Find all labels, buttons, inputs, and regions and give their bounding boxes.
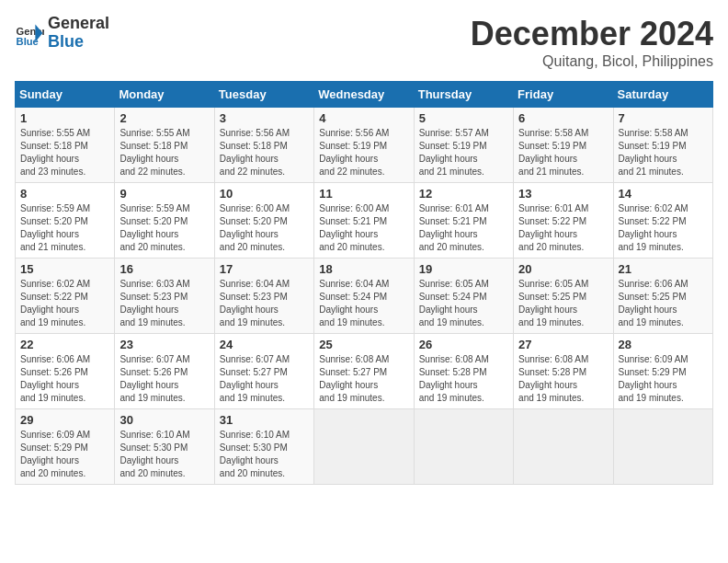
empty-cell [514,409,613,485]
calendar-day-cell: 26 Sunrise: 6:08 AMSunset: 5:28 PMDaylig… [414,334,513,409]
header-thursday: Thursday [414,82,513,108]
day-info: Sunrise: 6:00 AMSunset: 5:21 PMDaylight … [319,203,389,252]
day-number: 21 [619,262,708,276]
calendar-week-row: 1 Sunrise: 5:55 AMSunset: 5:18 PMDayligh… [16,108,713,183]
day-number: 11 [319,187,408,201]
day-info: Sunrise: 6:10 AMSunset: 5:30 PMDaylight … [119,430,189,478]
day-info: Sunrise: 6:05 AMSunset: 5:25 PMDaylight … [518,279,588,327]
day-info: Sunrise: 6:02 AMSunset: 5:22 PMDaylight … [619,203,688,252]
calendar-day-cell: 24 Sunrise: 6:07 AMSunset: 5:27 PMDaylig… [214,334,313,409]
day-number: 5 [419,111,508,125]
day-number: 15 [20,262,109,276]
month-title: December 2024 [471,15,713,53]
calendar-day-cell: 7 Sunrise: 5:58 AMSunset: 5:19 PMDayligh… [613,108,712,183]
empty-cell [414,409,513,485]
calendar-day-cell: 16 Sunrise: 6:03 AMSunset: 5:23 PMDaylig… [115,259,214,334]
day-info: Sunrise: 5:55 AMSunset: 5:18 PMDaylight … [119,128,189,177]
calendar-day-cell: 12 Sunrise: 6:01 AMSunset: 5:21 PMDaylig… [414,183,513,259]
day-info: Sunrise: 6:02 AMSunset: 5:22 PMDaylight … [20,279,90,327]
day-info: Sunrise: 5:58 AMSunset: 5:19 PMDaylight … [518,128,588,177]
header-saturday: Saturday [613,82,712,108]
day-number: 3 [220,111,309,125]
day-number: 16 [119,262,209,276]
header-monday: Monday [115,82,214,108]
calendar-day-cell: 21 Sunrise: 6:06 AMSunset: 5:25 PMDaylig… [613,259,712,334]
day-info: Sunrise: 6:04 AMSunset: 5:23 PMDaylight … [220,279,290,327]
calendar-day-cell: 8 Sunrise: 5:59 AMSunset: 5:20 PMDayligh… [16,183,115,259]
calendar-day-cell: 4 Sunrise: 5:56 AMSunset: 5:19 PMDayligh… [314,108,414,183]
calendar-day-cell: 11 Sunrise: 6:00 AMSunset: 5:21 PMDaylig… [314,183,414,259]
day-info: Sunrise: 6:09 AMSunset: 5:29 PMDaylight … [619,354,688,403]
calendar-day-cell: 31 Sunrise: 6:10 AMSunset: 5:30 PMDaylig… [214,409,313,485]
day-info: Sunrise: 6:07 AMSunset: 5:27 PMDaylight … [220,354,290,403]
day-info: Sunrise: 6:05 AMSunset: 5:24 PMDaylight … [419,279,489,327]
calendar-day-cell: 3 Sunrise: 5:56 AMSunset: 5:18 PMDayligh… [214,108,313,183]
calendar-day-cell: 27 Sunrise: 6:08 AMSunset: 5:28 PMDaylig… [514,334,613,409]
logo: General Blue General Blue [15,15,109,52]
calendar-day-cell: 20 Sunrise: 6:05 AMSunset: 5:25 PMDaylig… [514,259,613,334]
calendar-day-cell: 14 Sunrise: 6:02 AMSunset: 5:22 PMDaylig… [613,183,712,259]
day-number: 7 [619,111,708,125]
day-number: 6 [518,111,608,125]
day-number: 19 [419,262,508,276]
calendar-day-cell: 25 Sunrise: 6:08 AMSunset: 5:27 PMDaylig… [314,334,414,409]
calendar-day-cell: 19 Sunrise: 6:05 AMSunset: 5:24 PMDaylig… [414,259,513,334]
day-number: 22 [20,338,109,351]
calendar-day-cell: 23 Sunrise: 6:07 AMSunset: 5:26 PMDaylig… [115,334,214,409]
day-number: 14 [619,187,708,201]
day-info: Sunrise: 5:59 AMSunset: 5:20 PMDaylight … [20,203,90,252]
header-sunday: Sunday [16,82,115,108]
calendar-week-row: 22 Sunrise: 6:06 AMSunset: 5:26 PMDaylig… [16,334,713,409]
calendar-day-cell: 28 Sunrise: 6:09 AMSunset: 5:29 PMDaylig… [613,334,712,409]
day-info: Sunrise: 6:04 AMSunset: 5:24 PMDaylight … [319,279,389,327]
day-info: Sunrise: 6:01 AMSunset: 5:21 PMDaylight … [419,203,489,252]
calendar-day-cell: 30 Sunrise: 6:10 AMSunset: 5:30 PMDaylig… [115,409,214,485]
day-number: 1 [20,111,109,125]
calendar-day-cell: 9 Sunrise: 5:59 AMSunset: 5:20 PMDayligh… [115,183,214,259]
day-info: Sunrise: 6:07 AMSunset: 5:26 PMDaylight … [119,354,189,403]
empty-cell [314,409,414,485]
logo-text: General Blue [48,15,109,52]
day-number: 9 [119,187,209,201]
header-wednesday: Wednesday [314,82,414,108]
day-number: 2 [119,111,209,125]
day-number: 27 [518,338,608,351]
day-number: 28 [619,338,708,351]
day-info: Sunrise: 6:06 AMSunset: 5:25 PMDaylight … [619,279,688,327]
calendar-header-row: Sunday Monday Tuesday Wednesday Thursday… [16,82,713,108]
logo-icon: General Blue [15,18,44,48]
day-info: Sunrise: 6:08 AMSunset: 5:27 PMDaylight … [319,354,389,403]
calendar-day-cell: 1 Sunrise: 5:55 AMSunset: 5:18 PMDayligh… [16,108,115,183]
calendar-week-row: 29 Sunrise: 6:09 AMSunset: 5:29 PMDaylig… [16,409,713,485]
calendar-day-cell: 10 Sunrise: 6:00 AMSunset: 5:20 PMDaylig… [214,183,313,259]
day-info: Sunrise: 6:08 AMSunset: 5:28 PMDaylight … [419,354,489,403]
calendar-day-cell: 6 Sunrise: 5:58 AMSunset: 5:19 PMDayligh… [514,108,613,183]
day-info: Sunrise: 6:10 AMSunset: 5:30 PMDaylight … [220,430,290,478]
calendar-day-cell: 18 Sunrise: 6:04 AMSunset: 5:24 PMDaylig… [314,259,414,334]
day-info: Sunrise: 6:08 AMSunset: 5:28 PMDaylight … [518,354,588,403]
calendar-body: 1 Sunrise: 5:55 AMSunset: 5:18 PMDayligh… [16,108,713,485]
calendar-week-row: 15 Sunrise: 6:02 AMSunset: 5:22 PMDaylig… [16,259,713,334]
day-number: 29 [20,413,109,427]
day-number: 12 [419,187,508,201]
day-info: Sunrise: 5:56 AMSunset: 5:18 PMDaylight … [220,128,290,177]
calendar-day-cell: 17 Sunrise: 6:04 AMSunset: 5:23 PMDaylig… [214,259,313,334]
day-info: Sunrise: 6:00 AMSunset: 5:20 PMDaylight … [220,203,290,252]
header-friday: Friday [514,82,613,108]
header-tuesday: Tuesday [214,82,313,108]
day-number: 17 [220,262,309,276]
location-title: Quitang, Bicol, Philippines [471,53,713,70]
day-info: Sunrise: 5:57 AMSunset: 5:19 PMDaylight … [419,128,489,177]
day-info: Sunrise: 6:06 AMSunset: 5:26 PMDaylight … [20,354,90,403]
day-info: Sunrise: 5:55 AMSunset: 5:18 PMDaylight … [20,128,90,177]
calendar-day-cell: 13 Sunrise: 6:01 AMSunset: 5:22 PMDaylig… [514,183,613,259]
day-number: 24 [220,338,309,351]
calendar-table: Sunday Monday Tuesday Wednesday Thursday… [15,81,713,485]
empty-cell [613,409,712,485]
day-number: 13 [518,187,608,201]
calendar-day-cell: 15 Sunrise: 6:02 AMSunset: 5:22 PMDaylig… [16,259,115,334]
calendar-day-cell: 22 Sunrise: 6:06 AMSunset: 5:26 PMDaylig… [16,334,115,409]
calendar-day-cell: 5 Sunrise: 5:57 AMSunset: 5:19 PMDayligh… [414,108,513,183]
day-number: 26 [419,338,508,351]
day-number: 10 [220,187,309,201]
